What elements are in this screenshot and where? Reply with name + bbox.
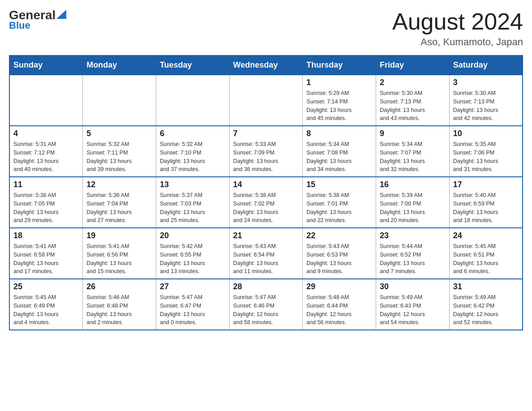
calendar-cell: 17Sunrise: 5:40 AM Sunset: 6:59 PM Dayli… xyxy=(449,177,523,228)
day-info: Sunrise: 5:40 AM Sunset: 6:59 PM Dayligh… xyxy=(453,191,519,225)
day-number: 14 xyxy=(233,180,299,189)
day-info: Sunrise: 5:47 AM Sunset: 6:46 PM Dayligh… xyxy=(233,293,299,327)
svg-marker-0 xyxy=(56,10,66,19)
calendar-cell: 25Sunrise: 5:45 AM Sunset: 6:49 PM Dayli… xyxy=(9,279,83,330)
calendar-cell: 5Sunrise: 5:32 AM Sunset: 7:11 PM Daylig… xyxy=(83,126,156,177)
day-number: 31 xyxy=(453,282,519,291)
calendar-cell: 6Sunrise: 5:32 AM Sunset: 7:10 PM Daylig… xyxy=(156,126,229,177)
day-info: Sunrise: 5:33 AM Sunset: 7:09 PM Dayligh… xyxy=(233,140,299,174)
day-number: 5 xyxy=(86,129,152,138)
day-info: Sunrise: 5:34 AM Sunset: 7:07 PM Dayligh… xyxy=(380,140,446,174)
calendar-cell: 31Sunrise: 5:49 AM Sunset: 6:42 PM Dayli… xyxy=(449,279,523,330)
logo-triangle-icon xyxy=(56,10,66,19)
calendar-week-row: 18Sunrise: 5:41 AM Sunset: 6:58 PM Dayli… xyxy=(9,228,523,279)
day-info: Sunrise: 5:35 AM Sunset: 7:06 PM Dayligh… xyxy=(453,140,519,174)
calendar-cell xyxy=(229,75,303,126)
weekday-header-monday: Monday xyxy=(83,56,156,75)
calendar-cell: 3Sunrise: 5:30 AM Sunset: 7:13 PM Daylig… xyxy=(449,75,523,126)
weekday-header-thursday: Thursday xyxy=(303,56,376,75)
day-number: 26 xyxy=(86,282,152,291)
day-number: 18 xyxy=(13,231,79,240)
calendar-cell: 22Sunrise: 5:43 AM Sunset: 6:53 PM Dayli… xyxy=(303,228,376,279)
day-number: 28 xyxy=(233,282,299,291)
day-info: Sunrise: 5:36 AM Sunset: 7:04 PM Dayligh… xyxy=(86,191,152,225)
day-number: 21 xyxy=(233,231,299,240)
calendar-week-row: 25Sunrise: 5:45 AM Sunset: 6:49 PM Dayli… xyxy=(9,279,523,330)
day-info: Sunrise: 5:32 AM Sunset: 7:10 PM Dayligh… xyxy=(160,140,226,174)
logo-blue: Blue xyxy=(9,20,30,31)
weekday-header-tuesday: Tuesday xyxy=(156,56,229,75)
day-info: Sunrise: 5:43 AM Sunset: 6:53 PM Dayligh… xyxy=(306,242,372,276)
day-number: 15 xyxy=(306,180,372,189)
day-number: 3 xyxy=(453,78,519,87)
calendar-cell: 13Sunrise: 5:37 AM Sunset: 7:03 PM Dayli… xyxy=(156,177,229,228)
day-info: Sunrise: 5:49 AM Sunset: 6:42 PM Dayligh… xyxy=(453,293,519,327)
day-info: Sunrise: 5:38 AM Sunset: 7:02 PM Dayligh… xyxy=(233,191,299,225)
calendar-cell: 26Sunrise: 5:46 AM Sunset: 6:48 PM Dayli… xyxy=(83,279,156,330)
day-info: Sunrise: 5:47 AM Sunset: 6:47 PM Dayligh… xyxy=(160,293,226,327)
day-info: Sunrise: 5:32 AM Sunset: 7:11 PM Dayligh… xyxy=(86,140,152,174)
calendar-week-row: 1Sunrise: 5:29 AM Sunset: 7:14 PM Daylig… xyxy=(9,75,523,126)
calendar-cell xyxy=(9,75,83,126)
calendar-cell: 2Sunrise: 5:30 AM Sunset: 7:13 PM Daylig… xyxy=(376,75,450,126)
day-number: 12 xyxy=(86,180,152,189)
calendar-cell: 1Sunrise: 5:29 AM Sunset: 7:14 PM Daylig… xyxy=(303,75,376,126)
calendar-cell xyxy=(83,75,156,126)
calendar-cell: 30Sunrise: 5:49 AM Sunset: 6:43 PM Dayli… xyxy=(376,279,450,330)
logo: General Blue xyxy=(9,9,66,31)
calendar-cell: 12Sunrise: 5:36 AM Sunset: 7:04 PM Dayli… xyxy=(83,177,156,228)
day-info: Sunrise: 5:48 AM Sunset: 6:44 PM Dayligh… xyxy=(306,293,372,327)
day-number: 8 xyxy=(306,129,372,138)
day-info: Sunrise: 5:31 AM Sunset: 7:12 PM Dayligh… xyxy=(13,140,79,174)
day-number: 27 xyxy=(160,282,226,291)
day-info: Sunrise: 5:38 AM Sunset: 7:01 PM Dayligh… xyxy=(306,191,372,225)
calendar-cell: 4Sunrise: 5:31 AM Sunset: 7:12 PM Daylig… xyxy=(9,126,83,177)
calendar-cell: 24Sunrise: 5:45 AM Sunset: 6:51 PM Dayli… xyxy=(449,228,523,279)
calendar-cell: 7Sunrise: 5:33 AM Sunset: 7:09 PM Daylig… xyxy=(229,126,303,177)
calendar-cell: 18Sunrise: 5:41 AM Sunset: 6:58 PM Dayli… xyxy=(9,228,83,279)
day-info: Sunrise: 5:30 AM Sunset: 7:13 PM Dayligh… xyxy=(453,89,519,123)
weekday-header-sunday: Sunday xyxy=(9,56,83,75)
calendar-cell: 14Sunrise: 5:38 AM Sunset: 7:02 PM Dayli… xyxy=(229,177,303,228)
day-number: 22 xyxy=(306,231,372,240)
calendar-cell: 11Sunrise: 5:36 AM Sunset: 7:05 PM Dayli… xyxy=(9,177,83,228)
day-number: 10 xyxy=(453,129,519,138)
calendar-cell: 8Sunrise: 5:34 AM Sunset: 7:08 PM Daylig… xyxy=(303,126,376,177)
day-info: Sunrise: 5:45 AM Sunset: 6:51 PM Dayligh… xyxy=(453,242,519,276)
weekday-header-saturday: Saturday xyxy=(449,56,523,75)
day-info: Sunrise: 5:44 AM Sunset: 6:52 PM Dayligh… xyxy=(380,242,446,276)
day-info: Sunrise: 5:29 AM Sunset: 7:14 PM Dayligh… xyxy=(306,89,372,123)
calendar-table: SundayMondayTuesdayWednesdayThursdayFrid… xyxy=(9,55,523,330)
day-info: Sunrise: 5:37 AM Sunset: 7:03 PM Dayligh… xyxy=(160,191,226,225)
day-number: 30 xyxy=(380,282,446,291)
day-number: 23 xyxy=(380,231,446,240)
day-number: 1 xyxy=(306,78,372,87)
calendar-cell: 9Sunrise: 5:34 AM Sunset: 7:07 PM Daylig… xyxy=(376,126,450,177)
calendar-cell: 16Sunrise: 5:39 AM Sunset: 7:00 PM Dayli… xyxy=(376,177,450,228)
title-block: August 2024 Aso, Kumamoto, Japan xyxy=(392,9,523,48)
calendar-cell: 20Sunrise: 5:42 AM Sunset: 6:55 PM Dayli… xyxy=(156,228,229,279)
day-number: 16 xyxy=(380,180,446,189)
day-number: 11 xyxy=(13,180,79,189)
calendar-cell: 23Sunrise: 5:44 AM Sunset: 6:52 PM Dayli… xyxy=(376,228,450,279)
day-info: Sunrise: 5:46 AM Sunset: 6:48 PM Dayligh… xyxy=(86,293,152,327)
day-info: Sunrise: 5:41 AM Sunset: 6:56 PM Dayligh… xyxy=(86,242,152,276)
day-info: Sunrise: 5:43 AM Sunset: 6:54 PM Dayligh… xyxy=(233,242,299,276)
day-number: 6 xyxy=(160,129,226,138)
location: Aso, Kumamoto, Japan xyxy=(392,36,523,48)
day-number: 29 xyxy=(306,282,372,291)
day-number: 25 xyxy=(13,282,79,291)
calendar-cell: 10Sunrise: 5:35 AM Sunset: 7:06 PM Dayli… xyxy=(449,126,523,177)
page-header: General Blue August 2024 Aso, Kumamoto, … xyxy=(9,9,523,48)
day-number: 17 xyxy=(453,180,519,189)
day-number: 24 xyxy=(453,231,519,240)
day-number: 2 xyxy=(380,78,446,87)
calendar-cell: 29Sunrise: 5:48 AM Sunset: 6:44 PM Dayli… xyxy=(303,279,376,330)
month-title: August 2024 xyxy=(392,9,523,34)
day-info: Sunrise: 5:45 AM Sunset: 6:49 PM Dayligh… xyxy=(13,293,79,327)
calendar-cell: 21Sunrise: 5:43 AM Sunset: 6:54 PM Dayli… xyxy=(229,228,303,279)
day-number: 7 xyxy=(233,129,299,138)
day-info: Sunrise: 5:49 AM Sunset: 6:43 PM Dayligh… xyxy=(380,293,446,327)
day-info: Sunrise: 5:34 AM Sunset: 7:08 PM Dayligh… xyxy=(306,140,372,174)
day-info: Sunrise: 5:30 AM Sunset: 7:13 PM Dayligh… xyxy=(380,89,446,123)
